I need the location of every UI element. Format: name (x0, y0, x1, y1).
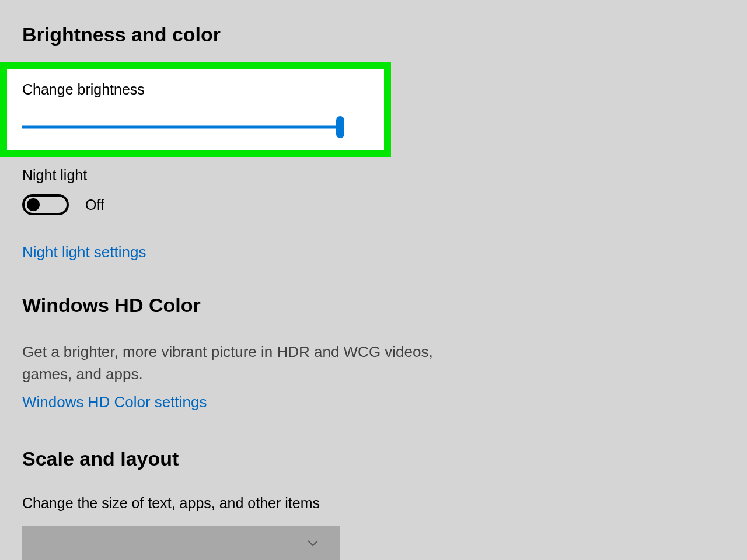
slider-thumb[interactable] (336, 116, 344, 138)
night-light-settings-link[interactable]: Night light settings (22, 243, 747, 261)
slider-track (22, 126, 343, 129)
night-light-toggle-row: Off (22, 194, 747, 215)
brightness-color-heading: Brightness and color (22, 23, 747, 46)
brightness-highlight-box: Change brightness (0, 62, 391, 158)
scale-layout-heading: Scale and layout (22, 447, 747, 470)
hd-color-description: Get a brighter, more vibrant picture in … (22, 341, 472, 385)
toggle-knob (27, 198, 40, 211)
night-light-label: Night light (22, 167, 747, 184)
scale-text-label: Change the size of text, apps, and other… (22, 495, 747, 512)
hd-color-settings-link[interactable]: Windows HD Color settings (22, 393, 747, 411)
night-light-toggle[interactable] (22, 194, 69, 215)
scale-dropdown[interactable] (22, 526, 340, 560)
brightness-slider[interactable] (22, 120, 343, 134)
night-light-state: Off (85, 197, 104, 214)
settings-content: Brightness and color Change brightness N… (0, 23, 747, 560)
change-brightness-label: Change brightness (22, 81, 369, 98)
windows-hd-color-heading: Windows HD Color (22, 294, 747, 317)
chevron-down-icon (307, 540, 319, 547)
